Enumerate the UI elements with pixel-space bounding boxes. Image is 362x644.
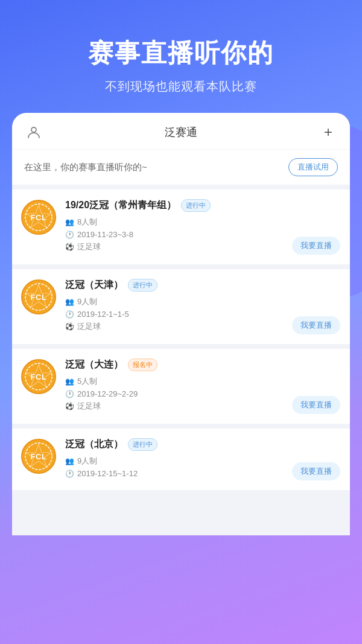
svg-text:FCL: FCL (31, 213, 47, 222)
livestream-button[interactable]: 我要直播 (292, 396, 340, 414)
detail-text: 泛足球 (77, 401, 101, 412)
banner-text: 在这里，你的赛事直播听你的~ (24, 162, 147, 173)
svg-text:FCL: FCL (31, 372, 47, 381)
hero-section: 赛事直播听你的 不到现场也能观看本队比赛 (0, 0, 362, 113)
hero-title: 赛事直播听你的 (0, 36, 362, 70)
detail-text: 9人制 (77, 296, 97, 307)
detail-icon: 🕐 (65, 231, 74, 239)
detail-text: 9人制 (77, 456, 97, 467)
detail-icon: 🕐 (65, 390, 74, 398)
detail-icon: 👥 (65, 457, 74, 465)
tournament-title-row: 19/20泛冠（常州青年组） 进行中 (65, 199, 340, 212)
tournament-name: 泛冠（天津） (65, 279, 123, 292)
card-title: 泛赛通 (42, 125, 320, 139)
tournament-name: 19/20泛冠（常州青年组） (65, 199, 176, 212)
tournament-list: FCL 19/20泛冠（常州青年组） 进行中 👥 8人制 🕐 2019-11-2… (12, 190, 350, 495)
status-badge: 进行中 (181, 199, 211, 212)
hero-subtitle: 不到现场也能观看本队比赛 (0, 78, 362, 95)
detail-text: 2019-12-1~1-5 (77, 310, 129, 319)
add-icon[interactable]: + (320, 124, 337, 141)
status-badge: 报名中 (128, 359, 157, 371)
status-badge: 进行中 (128, 438, 157, 451)
detail-icon: ⚽ (65, 402, 74, 410)
banner-strip: 在这里，你的赛事直播听你的~ 直播试用 (12, 150, 350, 185)
tournament-name: 泛冠（北京） (65, 438, 123, 451)
main-card: 泛赛通 + 在这里，你的赛事直播听你的~ 直播试用 FCL 19/20泛冠（常州… (12, 113, 350, 535)
svg-text:FCL: FCL (31, 452, 47, 461)
detail-text: 2019-12-29~2-29 (77, 389, 138, 398)
card-header: 泛赛通 + (12, 113, 350, 149)
tournament-card: FCL 19/20泛冠（常州青年组） 进行中 👥 8人制 🕐 2019-11-2… (12, 190, 350, 264)
detail-icon: 👥 (65, 377, 74, 386)
detail-icon: 🕐 (65, 310, 74, 319)
tournament-title-row: 泛冠（大连） 报名中 (65, 359, 340, 371)
detail-text: 2019-11-23~3-8 (77, 230, 133, 239)
fcl-logo: FCL (21, 438, 57, 474)
detail-text: 8人制 (77, 217, 97, 228)
detail-icon: 👥 (65, 218, 74, 226)
tournament-card: FCL 泛冠（北京） 进行中 👥 9人制 🕐 2019-12-15~1-12 我… (12, 429, 350, 490)
detail-text: 泛足球 (77, 241, 101, 252)
tournament-card: FCL 泛冠（大连） 报名中 👥 5人制 🕐 2019-12-29~2-29 ⚽… (12, 349, 350, 424)
livestream-button[interactable]: 我要直播 (292, 316, 340, 334)
livestream-button[interactable]: 我要直播 (292, 462, 340, 480)
tournament-card: FCL 泛冠（天津） 进行中 👥 9人制 🕐 2019-12-1~1-5 ⚽ 泛… (12, 269, 350, 344)
detail-text: 泛足球 (77, 321, 101, 332)
svg-point-0 (31, 127, 36, 132)
tournament-detail: 👥 9人制 (65, 296, 340, 307)
detail-icon: 👥 (65, 298, 74, 306)
tournament-detail: 👥 5人制 (65, 376, 340, 387)
fcl-logo: FCL (21, 279, 57, 315)
tournament-title-row: 泛冠（北京） 进行中 (65, 438, 340, 451)
livestream-button[interactable]: 我要直播 (292, 237, 340, 255)
tournament-detail: 👥 8人制 (65, 217, 340, 228)
trial-button[interactable]: 直播试用 (288, 158, 338, 176)
tournament-title-row: 泛冠（天津） 进行中 (65, 279, 340, 292)
detail-text: 5人制 (77, 376, 97, 387)
status-badge: 进行中 (128, 279, 157, 292)
user-icon[interactable] (25, 124, 42, 141)
fcl-logo: FCL (21, 199, 57, 235)
fcl-logo: FCL (21, 359, 57, 395)
detail-icon: ⚽ (65, 243, 74, 251)
tournament-name: 泛冠（大连） (65, 359, 123, 371)
detail-text: 2019-12-15~1-12 (77, 469, 138, 478)
detail-icon: ⚽ (65, 322, 74, 331)
detail-icon: 🕐 (65, 470, 74, 478)
svg-text:FCL: FCL (31, 293, 47, 302)
